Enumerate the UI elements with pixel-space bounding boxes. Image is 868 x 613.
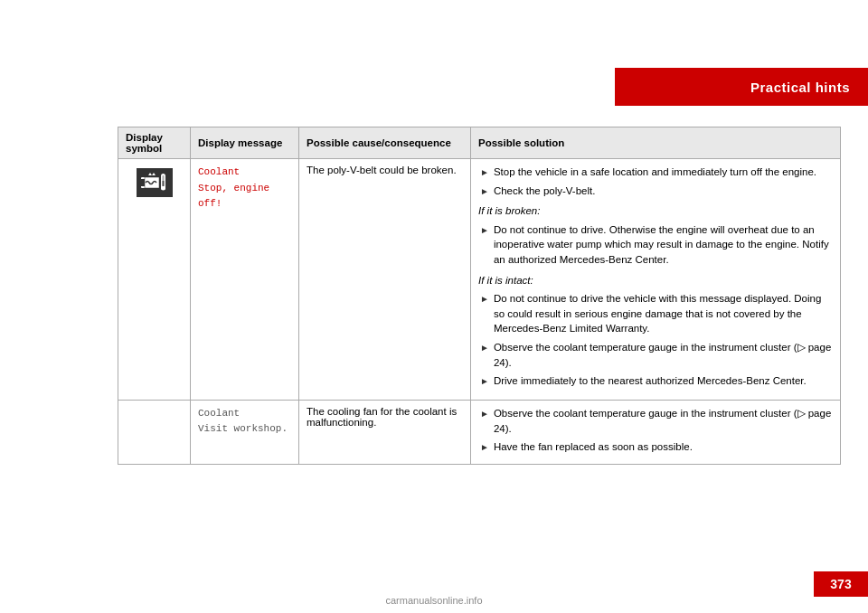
bullet-text: Do not continue to drive the vehicle wit… — [494, 291, 833, 336]
bullet-arrow-icon: ► — [480, 184, 489, 198]
header-banner: Practical hints — [615, 68, 868, 106]
bullet-text: Stop the vehicle in a safe location and … — [494, 165, 833, 180]
watermark: carmanualsonline.info — [385, 595, 482, 606]
solution-text-1: ► Stop the vehicle in a safe location an… — [478, 165, 833, 389]
bullet-item: ► Observe the coolant temperature gauge … — [478, 406, 833, 436]
cause-cell-1: The poly-V-belt could be broken. — [299, 159, 471, 401]
bullet-item: ► Do not continue to drive the vehicle w… — [478, 291, 833, 336]
section-header: If it is intact: — [478, 273, 833, 288]
bullet-item: ► Stop the vehicle in a safe location an… — [478, 165, 833, 180]
bullet-text: Drive immediately to the nearest authori… — [494, 373, 833, 389]
bullet-arrow-icon: ► — [480, 165, 489, 179]
table-header-row: Display symbol Display message Possible … — [118, 127, 841, 159]
svg-point-5 — [161, 186, 165, 191]
bullet-text: Observe the coolant temperature gauge in… — [494, 340, 833, 370]
svg-rect-6 — [162, 181, 164, 186]
display-message-gray: Coolant Visit workshop. — [198, 406, 291, 438]
bullet-arrow-icon: ► — [480, 292, 489, 306]
section-header: If it is broken: — [478, 203, 833, 219]
bullet-item: ► Drive immediately to the nearest autho… — [478, 373, 833, 389]
svg-rect-1 — [141, 179, 145, 186]
col-header-symbol: Display symbol — [118, 127, 191, 159]
bullet-arrow-icon: ► — [480, 407, 489, 420]
bullet-item: ► Do not continue to drive. Otherwise th… — [478, 222, 833, 268]
warning-svg — [139, 170, 170, 195]
bullet-text: Check the poly-V-belt. — [494, 184, 833, 199]
col-header-message: Display message — [191, 127, 299, 159]
bullet-text: Observe the coolant temperature gauge in… — [494, 406, 833, 436]
message-cell-2: Coolant Visit workshop. — [191, 400, 299, 464]
bullet-text: Have the fan replaced as soon as possibl… — [494, 439, 833, 455]
svg-rect-2 — [145, 177, 159, 188]
col-header-cause: Possible cause/consequence — [299, 127, 471, 159]
page-title: Practical hints — [750, 80, 850, 95]
col-header-solution: Possible solution — [471, 127, 841, 159]
message-cell-1: Coolant Stop, engine off! — [191, 159, 299, 401]
solution-text-2: ► Observe the coolant temperature gauge … — [478, 406, 833, 455]
table-row: Coolant Stop, engine off! The poly-V-bel… — [118, 159, 841, 401]
symbol-cell-2 — [118, 400, 191, 464]
bullet-arrow-icon: ► — [480, 440, 489, 454]
main-table: Display symbol Display message Possible … — [118, 127, 841, 465]
content-area: Display symbol Display message Possible … — [118, 127, 841, 541]
bullet-arrow-icon: ► — [480, 341, 489, 354]
bullet-arrow-icon: ► — [480, 374, 489, 388]
bullet-text: Do not continue to drive. Otherwise the … — [494, 222, 833, 268]
bullet-item: ► Check the poly-V-belt. — [478, 184, 833, 199]
coolant-warning-icon — [137, 168, 173, 197]
display-message-red: Coolant Stop, engine off! — [198, 165, 291, 212]
table-row: Coolant Visit workshop. The cooling fan … — [118, 400, 841, 464]
bullet-item: ► Have the fan replaced as soon as possi… — [478, 439, 833, 455]
bullet-arrow-icon: ► — [480, 223, 489, 237]
cause-cell-2: The cooling fan for the coolant is malfu… — [299, 400, 471, 464]
solution-cell-2: ► Observe the coolant temperature gauge … — [471, 400, 841, 464]
solution-cell-1: ► Stop the vehicle in a safe location an… — [471, 159, 841, 401]
page-number: 373 — [814, 571, 868, 597]
bullet-item: ► Observe the coolant temperature gauge … — [478, 340, 833, 370]
symbol-cell — [118, 159, 191, 401]
